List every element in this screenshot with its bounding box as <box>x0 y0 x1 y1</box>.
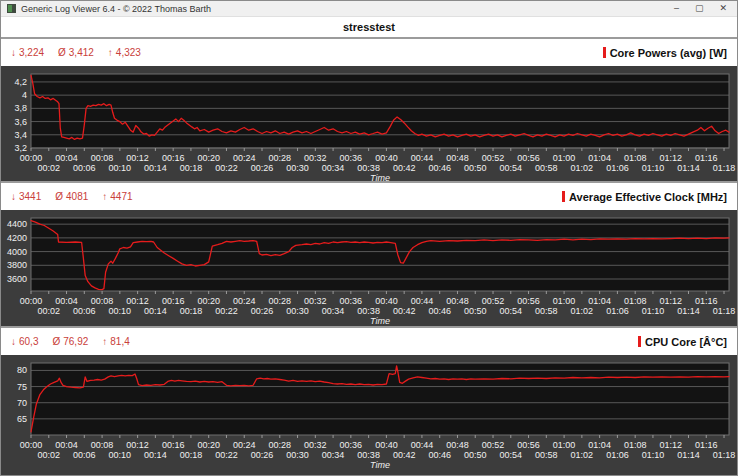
svg-text:00:38: 00:38 <box>357 163 380 173</box>
svg-text:00:42: 00:42 <box>393 163 416 173</box>
svg-text:00:50: 00:50 <box>464 450 487 460</box>
avg-icon: Ø <box>58 47 66 58</box>
svg-text:00:02: 00:02 <box>38 163 61 173</box>
legend-core-powers: Core Powers (avg) [W] <box>603 47 727 59</box>
log-header: stresstest <box>1 17 737 37</box>
min-arrow-icon: ↓ <box>11 191 16 202</box>
svg-text:00:08: 00:08 <box>91 440 114 450</box>
chart-effective-clock[interactable]: 4400420040003800360000:0000:0200:0400:06… <box>1 210 737 326</box>
svg-text:00:42: 00:42 <box>393 450 416 460</box>
svg-text:01:00: 01:00 <box>553 440 576 450</box>
svg-text:00:00: 00:00 <box>20 440 43 450</box>
svg-text:00:36: 00:36 <box>340 296 363 306</box>
svg-text:4: 4 <box>22 90 27 100</box>
svg-text:00:04: 00:04 <box>55 296 78 306</box>
svg-text:00:22: 00:22 <box>215 306 238 316</box>
svg-text:3600: 3600 <box>7 274 27 284</box>
svg-text:00:02: 00:02 <box>38 306 61 316</box>
svg-text:00:18: 00:18 <box>180 450 203 460</box>
min-arrow-icon: ↓ <box>11 47 16 58</box>
svg-text:01:00: 01:00 <box>553 296 576 306</box>
svg-text:00:14: 00:14 <box>144 450 167 460</box>
svg-text:00:16: 00:16 <box>162 153 185 163</box>
svg-text:01:18: 01:18 <box>713 163 736 173</box>
stat-avg: Ø3,412 <box>58 47 94 58</box>
avg-icon: Ø <box>55 191 63 202</box>
stat-avg: Ø4081 <box>55 191 88 202</box>
svg-text:01:10: 01:10 <box>642 163 665 173</box>
svg-text:4,2: 4,2 <box>14 77 27 87</box>
svg-text:00:48: 00:48 <box>446 153 469 163</box>
svg-text:00:04: 00:04 <box>55 440 78 450</box>
avg-icon: Ø <box>52 336 60 347</box>
svg-text:00:50: 00:50 <box>464 163 487 173</box>
svg-text:00:24: 00:24 <box>233 440 256 450</box>
svg-text:00:46: 00:46 <box>428 306 451 316</box>
svg-text:01:18: 01:18 <box>713 306 736 316</box>
svg-text:00:14: 00:14 <box>144 163 167 173</box>
svg-text:01:04: 01:04 <box>588 153 611 163</box>
svg-text:00:54: 00:54 <box>500 306 523 316</box>
legend-label: CPU Core [Â°C] <box>645 336 727 348</box>
svg-text:3800: 3800 <box>7 260 27 270</box>
svg-text:4000: 4000 <box>7 247 27 257</box>
svg-text:3,6: 3,6 <box>14 117 27 127</box>
svg-text:00:38: 00:38 <box>357 450 380 460</box>
svg-text:01:04: 01:04 <box>588 440 611 450</box>
svg-text:01:06: 01:06 <box>606 306 629 316</box>
svg-text:00:20: 00:20 <box>197 440 220 450</box>
svg-text:01:16: 01:16 <box>695 153 718 163</box>
svg-text:00:10: 00:10 <box>109 450 132 460</box>
min-arrow-icon: ↓ <box>11 336 16 347</box>
svg-text:01:16: 01:16 <box>695 440 718 450</box>
svg-text:01:04: 01:04 <box>588 296 611 306</box>
svg-text:01:02: 01:02 <box>571 450 594 460</box>
svg-text:00:52: 00:52 <box>482 440 505 450</box>
svg-text:3,4: 3,4 <box>14 130 27 140</box>
svg-text:00:16: 00:16 <box>162 440 185 450</box>
svg-text:00:12: 00:12 <box>126 440 149 450</box>
svg-text:01:14: 01:14 <box>677 450 700 460</box>
svg-text:00:44: 00:44 <box>411 153 434 163</box>
close-button[interactable]: ✕ <box>719 4 727 13</box>
svg-text:00:00: 00:00 <box>20 296 43 306</box>
svg-text:01:12: 01:12 <box>659 153 682 163</box>
svg-text:01:02: 01:02 <box>571 306 594 316</box>
svg-text:00:32: 00:32 <box>304 153 327 163</box>
svg-text:00:34: 00:34 <box>322 163 345 173</box>
svg-text:00:08: 00:08 <box>91 153 114 163</box>
svg-text:00:22: 00:22 <box>215 163 238 173</box>
svg-text:00:44: 00:44 <box>411 296 434 306</box>
chart-core-powers[interactable]: 4,243,83,63,43,200:0000:0200:0400:0600:0… <box>1 66 737 181</box>
svg-text:01:08: 01:08 <box>624 296 647 306</box>
svg-text:4400: 4400 <box>7 219 27 229</box>
svg-text:00:34: 00:34 <box>322 306 345 316</box>
stats-row-core-powers: ↓3,224 Ø3,412 ↑4,323 Core Powers (avg) [… <box>1 39 737 66</box>
legend-color-bar <box>603 47 606 58</box>
svg-text:00:06: 00:06 <box>73 450 96 460</box>
legend-label: Average Effective Clock [MHz] <box>569 191 727 203</box>
stat-max: ↑4471 <box>102 191 132 202</box>
stat-avg: Ø76,92 <box>52 336 88 347</box>
svg-text:70: 70 <box>17 398 27 408</box>
svg-text:00:18: 00:18 <box>180 306 203 316</box>
window-title: Generic Log Viewer 6.4 - © 2022 Thomas B… <box>21 4 211 14</box>
svg-text:00:48: 00:48 <box>446 296 469 306</box>
app-icon <box>7 4 16 13</box>
legend-effective-clock: Average Effective Clock [MHz] <box>562 191 727 203</box>
minimize-button[interactable]: – <box>674 4 679 13</box>
svg-text:00:48: 00:48 <box>446 440 469 450</box>
svg-text:00:40: 00:40 <box>375 440 398 450</box>
stats-row-effective-clock: ↓3441 Ø4081 ↑4471 Average Effective Cloc… <box>1 183 737 210</box>
svg-text:00:46: 00:46 <box>428 450 451 460</box>
svg-text:00:56: 00:56 <box>517 153 540 163</box>
svg-text:80: 80 <box>17 365 27 375</box>
legend-label: Core Powers (avg) [W] <box>610 47 727 59</box>
svg-text:00:10: 00:10 <box>109 306 132 316</box>
svg-text:01:10: 01:10 <box>642 306 665 316</box>
max-arrow-icon: ↑ <box>102 191 107 202</box>
maximize-button[interactable]: ▢ <box>695 4 704 13</box>
svg-text:00:56: 00:56 <box>517 296 540 306</box>
chart-cpu-core[interactable]: 8075706500:0000:0200:0400:0600:0800:1000… <box>1 355 737 476</box>
svg-text:00:40: 00:40 <box>375 296 398 306</box>
